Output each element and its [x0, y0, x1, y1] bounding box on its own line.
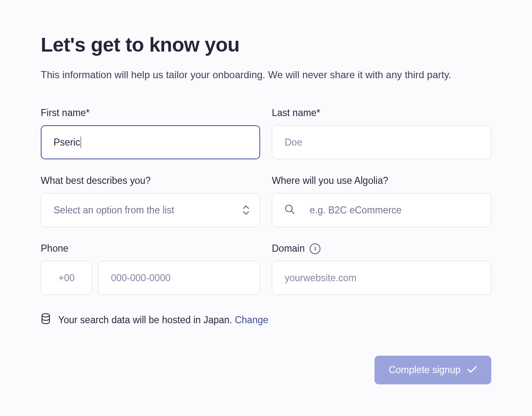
hosting-text: Your search data will be hosted in Japan… [58, 314, 232, 325]
describes-you-label: What best describes you? [41, 175, 260, 186]
last-name-input[interactable] [272, 125, 491, 159]
domain-input[interactable] [272, 261, 491, 295]
text-cursor [81, 136, 81, 148]
change-hosting-link[interactable]: Change [235, 314, 268, 325]
database-icon [41, 313, 51, 327]
first-name-input[interactable]: Pseric [41, 125, 260, 159]
phone-field: Phone [41, 243, 260, 295]
page-title: Let's get to know you [41, 33, 491, 56]
complete-signup-label: Complete signup [389, 364, 461, 376]
first-name-label: First name* [41, 107, 260, 119]
phone-number-input[interactable] [98, 261, 260, 295]
describes-you-select[interactable]: Select an option from the list [41, 193, 260, 227]
describes-you-placeholder: Select an option from the list [54, 205, 174, 216]
last-name-label: Last name* [272, 107, 491, 119]
info-icon[interactable]: i [310, 243, 320, 254]
use-where-field: Where will you use Algolia? e.g. B2C eCo… [272, 175, 491, 227]
last-name-field: Last name* [272, 107, 491, 159]
check-icon [467, 364, 477, 376]
use-where-placeholder: e.g. B2C eCommerce [310, 205, 401, 216]
phone-label: Phone [41, 243, 260, 254]
use-where-label: Where will you use Algolia? [272, 175, 491, 186]
svg-point-2 [42, 314, 49, 317]
complete-signup-button[interactable]: Complete signup [374, 356, 491, 384]
describes-you-field: What best describes you? Select an optio… [41, 175, 260, 227]
first-name-field: First name* Pseric [41, 107, 260, 159]
domain-field: Domain i [272, 243, 491, 295]
first-name-value: Pseric [54, 137, 80, 148]
domain-label: Domain [272, 243, 305, 254]
hosting-info-row: Your search data will be hosted in Japan… [41, 313, 491, 327]
page-subtitle: This information will help us tailor you… [41, 67, 461, 82]
signup-form: First name* Pseric Last name* What best … [41, 107, 491, 295]
phone-country-code-input[interactable] [41, 261, 92, 295]
use-where-input[interactable]: e.g. B2C eCommerce [272, 193, 491, 227]
